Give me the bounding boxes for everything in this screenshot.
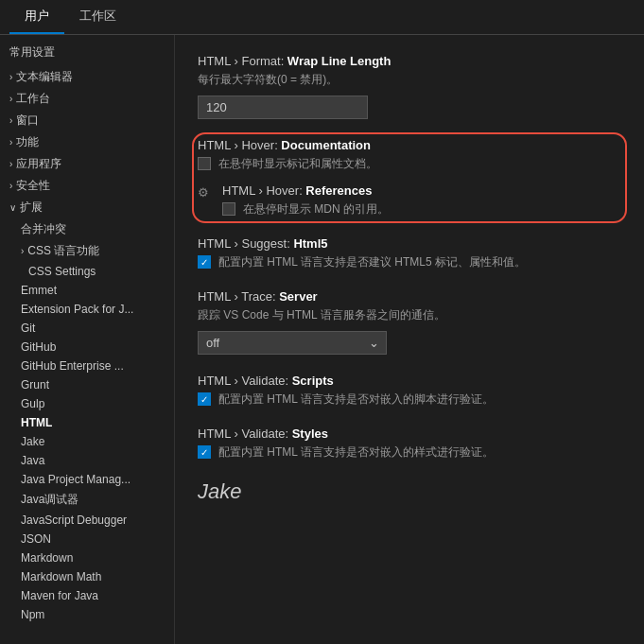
wrap-line-length-input[interactable] <box>198 96 368 119</box>
hover-documentation-desc: 在悬停时显示标记和属性文档。 <box>218 156 377 172</box>
setting-validate-styles: HTML › Validate: Styles 配置内置 HTML 语言支持是否… <box>198 426 621 461</box>
sidebar-item-git[interactable]: Git <box>0 319 174 338</box>
tab-user[interactable]: 用户 <box>9 0 64 34</box>
validate-styles-desc: 配置内置 HTML 语言支持是否对嵌入的样式进行验证。 <box>218 444 494 461</box>
sidebar: 常用设置 › 文本编辑器 › 工作台 › 窗口 › 功能 › 应用程序 › 安全… <box>0 35 175 644</box>
setting-wrap-line-length: HTML › Format: Wrap Line Length 每行最大字符数(… <box>198 54 621 119</box>
setting-hover-references: HTML › Hover: References 在悬停时显示 MDN 的引用。 <box>222 183 621 218</box>
sidebar-item-common-settings[interactable]: 常用设置 <box>0 39 174 66</box>
checkbox-row: 配置内置 HTML 语言支持是否对嵌入的样式进行验证。 <box>198 444 621 461</box>
setting-suggest-html5: HTML › Suggest: Html5 配置内置 HTML 语言支持是否建议… <box>198 236 621 270</box>
sidebar-item-maven[interactable]: Maven for Java <box>0 586 174 605</box>
checkbox-row: 配置内置 HTML 语言支持是否对嵌入的脚本进行验证。 <box>198 392 621 408</box>
chevron-down-icon: ∨ <box>9 202 16 213</box>
chevron-right-icon: › <box>21 246 24 256</box>
setting-title: HTML › Hover: References <box>222 183 621 198</box>
sidebar-item-window[interactable]: › 窗口 <box>0 110 174 131</box>
sidebar-item-application[interactable]: › 应用程序 <box>0 153 174 175</box>
chevron-right-icon: › <box>9 137 12 148</box>
sidebar-item-npm[interactable]: Npm <box>0 605 174 624</box>
sidebar-item-jake[interactable]: Jake <box>0 432 174 451</box>
suggest-html5-checkbox[interactable] <box>198 255 211 269</box>
suggest-html5-desc: 配置内置 HTML 语言支持是否建议 HTML5 标记、属性和值。 <box>218 254 526 270</box>
sidebar-item-gulp[interactable]: Gulp <box>0 394 174 413</box>
sidebar-item-emmet[interactable]: Emmet <box>0 281 174 300</box>
sidebar-item-extension-pack[interactable]: Extension Pack for J... <box>0 300 174 319</box>
sidebar-item-java-debugger[interactable]: Java调试器 <box>0 489 174 511</box>
jake-label: Jake <box>198 479 241 503</box>
sidebar-item-github-enterprise[interactable]: GitHub Enterprise ... <box>0 357 174 375</box>
chevron-right-icon: › <box>9 159 12 169</box>
chevron-right-icon: › <box>9 181 12 191</box>
setting-hover-references-row: ⚙ HTML › Hover: References 在悬停时显示 MDN 的引… <box>198 183 621 218</box>
sidebar-item-extensions[interactable]: ∨ 扩展 <box>0 197 174 218</box>
sidebar-item-merge-conflict[interactable]: 合并冲突 <box>0 218 174 240</box>
sidebar-item-css-settings[interactable]: CSS Settings <box>0 262 174 281</box>
setting-validate-scripts: HTML › Validate: Scripts 配置内置 HTML 语言支持是… <box>198 374 621 408</box>
hover-documentation-checkbox[interactable] <box>198 157 211 170</box>
setting-trace-server: HTML › Trace: Server 跟踪 VS Code 与 HTML 语… <box>198 289 621 355</box>
checkbox-row: 配置内置 HTML 语言支持是否建议 HTML5 标记、属性和值。 <box>198 254 621 270</box>
trace-server-desc: 跟踪 VS Code 与 HTML 语言服务器之间的通信。 <box>198 307 621 323</box>
settings-content: HTML › Format: Wrap Line Length 每行最大字符数(… <box>175 35 644 644</box>
sidebar-item-text-editor[interactable]: › 文本编辑器 <box>0 66 174 88</box>
sidebar-item-javascript-debugger[interactable]: JavaScript Debugger <box>0 511 174 530</box>
sidebar-item-java-project[interactable]: Java Project Manag... <box>0 470 174 489</box>
sidebar-item-markdown[interactable]: Markdown <box>0 548 174 567</box>
sidebar-item-json[interactable]: JSON <box>0 530 174 548</box>
tab-bar: 用户 工作区 <box>0 0 644 35</box>
sidebar-item-github[interactable]: GitHub <box>0 338 174 357</box>
validate-scripts-checkbox[interactable] <box>198 392 211 406</box>
chevron-right-icon: › <box>9 72 12 82</box>
setting-title: HTML › Format: Wrap Line Length <box>198 54 621 68</box>
sidebar-item-html[interactable]: HTML <box>0 413 174 432</box>
sidebar-item-java[interactable]: Java <box>0 451 174 470</box>
setting-title: HTML › Hover: Documentation <box>198 138 621 152</box>
setting-hover-documentation: HTML › Hover: Documentation 在悬停时显示标记和属性文… <box>198 138 621 172</box>
trace-server-select[interactable]: off messages verbose <box>198 331 387 355</box>
sidebar-item-grunt[interactable]: Grunt <box>0 375 174 394</box>
sidebar-item-css-language[interactable]: › CSS 语言功能 <box>0 240 174 262</box>
validate-styles-checkbox[interactable] <box>198 445 211 459</box>
sidebar-item-markdown-math[interactable]: Markdown Math <box>0 567 174 586</box>
sidebar-item-features[interactable]: › 功能 <box>0 131 174 153</box>
jake-heading: Jake <box>198 479 621 504</box>
setting-title: HTML › Suggest: Html5 <box>198 236 621 251</box>
setting-description: 每行最大字符数(0 = 禁用)。 <box>198 72 621 88</box>
chevron-right-icon: › <box>9 115 12 126</box>
main-layout: 常用设置 › 文本编辑器 › 工作台 › 窗口 › 功能 › 应用程序 › 安全… <box>0 35 644 644</box>
setting-title: HTML › Validate: Styles <box>198 426 621 441</box>
gear-icon[interactable]: ⚙ <box>198 185 217 200</box>
setting-title: HTML › Trace: Server <box>198 289 621 304</box>
tab-workspace[interactable]: 工作区 <box>64 0 131 34</box>
setting-title: HTML › Validate: Scripts <box>198 374 621 388</box>
hover-references-desc: 在悬停时显示 MDN 的引用。 <box>243 201 389 218</box>
sidebar-item-workbench[interactable]: › 工作台 <box>0 88 174 110</box>
sidebar-item-security[interactable]: › 安全性 <box>0 175 174 197</box>
checkbox-row: 在悬停时显示标记和属性文档。 <box>198 156 621 172</box>
checkbox-row: 在悬停时显示 MDN 的引用。 <box>222 201 621 218</box>
chevron-right-icon: › <box>9 94 12 104</box>
validate-scripts-desc: 配置内置 HTML 语言支持是否对嵌入的脚本进行验证。 <box>218 392 494 408</box>
trace-server-select-wrapper: off messages verbose <box>198 331 387 355</box>
hover-references-checkbox[interactable] <box>222 202 235 216</box>
